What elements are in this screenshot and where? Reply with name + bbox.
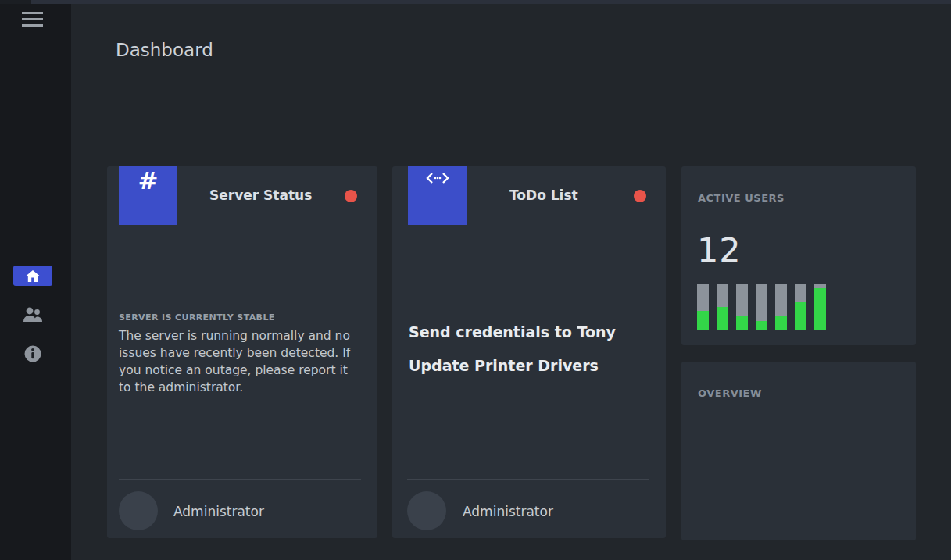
users-icon	[23, 307, 43, 323]
bar-fill	[736, 316, 748, 330]
server-status-heading: SERVER IS CURRENTLY STABLE	[119, 312, 275, 323]
sidebar-item-info[interactable]	[24, 345, 41, 362]
avatar	[407, 491, 446, 530]
bar-fill	[775, 316, 787, 330]
server-status-title: Server Status	[209, 189, 312, 202]
bar-fill	[795, 302, 806, 330]
home-icon	[26, 270, 40, 282]
info-icon	[24, 345, 41, 362]
server-status-card: # Server Status SERVER IS CURRENTLY STAB…	[107, 166, 377, 538]
sidebar-item-users[interactable]	[23, 306, 43, 323]
sidebar	[0, 4, 71, 560]
todo-list-title: ToDo List	[509, 189, 578, 202]
overview-label: OVERVIEW	[698, 387, 762, 399]
bar	[697, 284, 709, 330]
hamburger-icon	[22, 24, 43, 27]
avatar	[119, 491, 158, 530]
bar	[814, 284, 826, 330]
bar-fill	[756, 321, 767, 330]
bar	[717, 284, 728, 330]
todo-item[interactable]: Update Printer Drivers	[409, 358, 616, 373]
server-status-indicator-dot[interactable]	[345, 190, 357, 202]
divider	[119, 479, 361, 480]
bar-fill	[814, 288, 826, 330]
menu-toggle-button[interactable]	[22, 12, 43, 27]
todo-list: Send credentials to Tony Update Printer …	[409, 324, 616, 391]
hamburger-icon	[22, 18, 43, 20]
todo-indicator-dot[interactable]	[634, 190, 646, 202]
server-status-tile: #	[119, 166, 177, 225]
active-users-count: 12	[697, 230, 742, 269]
bar	[775, 284, 787, 330]
hamburger-icon	[22, 12, 43, 14]
bar-fill	[697, 311, 709, 330]
page-title: Dashboard	[116, 40, 213, 60]
code-icon	[426, 166, 449, 184]
active-users-card: ACTIVE USERS 12	[681, 166, 916, 345]
active-users-label: ACTIVE USERS	[698, 192, 785, 204]
active-users-bar-chart	[697, 284, 826, 330]
overview-card: OVERVIEW	[681, 362, 916, 540]
footer-username: Administrator	[173, 504, 264, 519]
todo-tile	[408, 166, 467, 225]
todo-item[interactable]: Send credentials to Tony	[409, 324, 616, 340]
divider	[407, 479, 649, 480]
bar-fill	[717, 307, 728, 330]
footer-username: Administrator	[463, 504, 553, 519]
top-strip	[31, 0, 951, 4]
todo-list-card: ToDo List Send credentials to Tony Updat…	[392, 166, 666, 538]
server-status-body: The server is running normally and no is…	[119, 327, 356, 396]
hash-icon: #	[138, 166, 159, 193]
bar	[795, 284, 806, 330]
bar	[736, 284, 748, 330]
sidebar-item-home[interactable]	[13, 266, 52, 286]
bar	[756, 284, 767, 330]
